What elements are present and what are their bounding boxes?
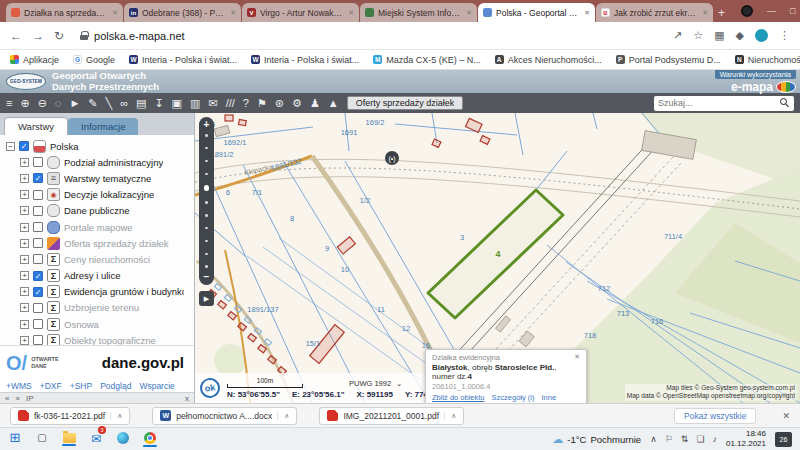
zoom-to-object-link[interactable]: Zbliż do obiektu (432, 393, 485, 402)
reload-icon[interactable]: ↻ (54, 29, 64, 43)
expander-icon[interactable]: + (20, 158, 29, 167)
browser-tab[interactable]: inOdebrane (368) - Poczta w...✕ (124, 3, 241, 22)
map-canvas[interactable]: (•) 751692/11891/21891/1321691169/267/18… (195, 113, 800, 403)
bookmark-item[interactable]: WInteria - Polska i świat... (129, 55, 237, 65)
layer-row[interactable]: +ΣObiekty topograficzne (4, 332, 184, 345)
layer-checkbox[interactable] (33, 157, 43, 167)
share-icon[interactable]: ↗ (673, 29, 682, 42)
forward-icon[interactable]: → (32, 29, 44, 43)
url-text[interactable]: polska.e-mapa.net (94, 30, 185, 42)
offers-button[interactable]: Oferty sprzedaży działek (347, 96, 464, 110)
bookmark-item[interactable]: Aplikacje (10, 55, 59, 65)
bookmark-star-icon[interactable]: ☆ (693, 29, 703, 42)
expander-icon[interactable]: + (20, 190, 29, 199)
tab-close-icon[interactable]: ✕ (466, 9, 472, 17)
tab-close-icon[interactable]: ✕ (230, 9, 236, 17)
popup-close-icon[interactable]: ✕ (574, 353, 580, 362)
layer-row[interactable]: +✓ΣEwidencja gruntów i budynków (4, 284, 184, 300)
expander-icon[interactable]: + (20, 174, 29, 183)
layer-checkbox[interactable] (33, 319, 43, 329)
layer-row[interactable]: +ΣCeny nieruchomości (4, 251, 184, 267)
layer-checkbox[interactable] (33, 254, 43, 264)
expander-icon[interactable]: + (20, 239, 29, 248)
footer-close[interactable]: x (185, 394, 189, 403)
select-area-icon[interactable]: ◌ (55, 98, 62, 109)
maximize-button[interactable]: □ (790, 6, 795, 16)
dane-gov-banner[interactable]: O/ OTWARTEDANE dane.gov.pl (0, 345, 194, 379)
layer-checkbox[interactable] (33, 335, 43, 345)
zoom-in-icon[interactable]: ⊕ (20, 98, 29, 109)
download-menu-chevron-icon[interactable]: ∧ (444, 412, 456, 420)
tab-informacje[interactable]: Informacje (68, 118, 138, 135)
layer-row[interactable]: +ΣOsnowa (4, 316, 184, 332)
profile-avatar[interactable] (755, 29, 768, 42)
copy-view-icon[interactable]: ▣ (172, 98, 182, 109)
expander-icon[interactable]: + (20, 303, 29, 312)
pointer-icon[interactable]: ► (69, 98, 80, 109)
zoom-level-handle[interactable] (204, 185, 210, 191)
layer-checkbox[interactable]: ✓ (33, 271, 43, 281)
layer-row[interactable]: +◉Decyzje lokalizacyjne (4, 187, 184, 203)
expander-icon[interactable]: + (20, 206, 29, 215)
browser-tab[interactable]: BJak zrobić zrzut ekranu | B...✕ (596, 3, 713, 22)
hidden-icons-caret[interactable]: ∧ (650, 434, 657, 444)
profile-lines-icon[interactable]: /// (226, 98, 235, 109)
link-icon[interactable]: ∞ (120, 98, 128, 109)
expander-icon[interactable]: + (20, 320, 29, 329)
pan-right-button[interactable]: ▶ (199, 291, 214, 306)
panorama-marker-icon[interactable]: (•) (385, 151, 399, 165)
browser-tab[interactable]: Polska - Geoportal otwarty...✕ (478, 3, 595, 22)
network-icon[interactable]: ⇅ (681, 434, 689, 444)
sidebar-link[interactable]: +SHP (70, 381, 92, 391)
clock[interactable]: 18:4601.12.2021 (726, 429, 766, 448)
expander-icon[interactable]: + (20, 287, 29, 296)
tab-close-icon[interactable]: ✕ (348, 9, 354, 17)
terms-link[interactable]: Warunki wykorzystania (715, 70, 796, 79)
zoom-out-slider-icon[interactable]: − (204, 272, 210, 282)
layer-row[interactable]: +✓≡Warstwy tematyczne (4, 170, 184, 186)
notification-center-icon[interactable]: 26 (775, 432, 792, 447)
next-icon[interactable]: » (15, 394, 19, 403)
zoom-out-icon[interactable]: ⊖ (38, 98, 47, 109)
download-chip[interactable]: Wpełnomocnictwo A....docx∧ (152, 407, 297, 425)
download-menu-chevron-icon[interactable]: ∧ (277, 412, 289, 420)
terrain-icon[interactable]: ▲ (328, 98, 339, 109)
split-view-icon[interactable]: ▥ (190, 98, 200, 109)
back-icon[interactable]: ← (10, 29, 22, 43)
browser-tab[interactable]: VVirgo - Artur Nowakowski✕ (242, 3, 359, 22)
layer-row[interactable]: +Portale mapowe (4, 219, 184, 235)
bookmark-item[interactable]: PPortal Podsystemu D... (616, 55, 721, 65)
layer-row[interactable]: +Podział administracyjny (4, 154, 184, 170)
layer-row[interactable]: −✓Polska (4, 138, 184, 154)
layer-checkbox[interactable]: ✓ (19, 141, 29, 151)
mail-icon[interactable]: ✉3 (89, 429, 103, 450)
volume-icon[interactable]: ♪ (712, 434, 717, 444)
poi-icon[interactable]: ♟ (310, 98, 320, 109)
chrome-icon[interactable] (143, 432, 157, 447)
search-input[interactable] (658, 98, 776, 108)
bookmark-item[interactable]: GGoogle (73, 55, 115, 65)
download-menu-chevron-icon[interactable]: ∧ (110, 412, 122, 420)
show-all-downloads-button[interactable]: Pokaż wszystkie (674, 408, 756, 424)
zoom-slider[interactable]: + − (199, 117, 214, 285)
tab-close-icon[interactable]: ✕ (584, 9, 590, 17)
file-explorer-icon[interactable] (62, 433, 76, 446)
tab-close-icon[interactable]: ✕ (702, 9, 708, 17)
expander-icon[interactable]: + (20, 271, 29, 280)
layer-row[interactable]: +ΣUzbrojenie terenu (4, 300, 184, 316)
downloads-close-icon[interactable]: ✕ (782, 411, 790, 421)
bookmark-item[interactable]: WInteria - Polska i świat... (251, 55, 359, 65)
tab-close-icon[interactable]: ✕ (112, 9, 118, 17)
draw-icon[interactable]: ✎ (88, 98, 97, 109)
url-box[interactable]: polska.e-mapa.net (74, 30, 663, 42)
layer-checkbox[interactable] (33, 190, 43, 200)
expander-icon[interactable]: − (6, 142, 15, 151)
edge-icon[interactable] (116, 432, 130, 447)
layer-row[interactable]: +Oferta sprzedaży działek (4, 235, 184, 251)
new-tab-button[interactable]: + (718, 6, 725, 20)
dane-gov-link[interactable]: dane.gov.pl (102, 354, 188, 371)
browser-tab[interactable]: Miejski System Informacji P...✕ (360, 3, 477, 22)
menu-kebab-icon[interactable]: ⋮ (779, 29, 790, 42)
expander-icon[interactable]: + (20, 255, 29, 264)
pinned-extension-icon[interactable]: ◆ (736, 29, 744, 42)
